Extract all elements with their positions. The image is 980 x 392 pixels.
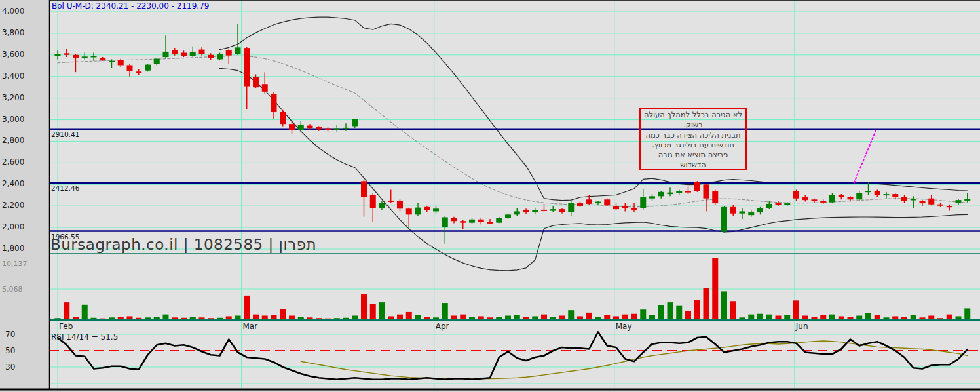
candle-body <box>289 124 295 130</box>
annotation-text-line: חודשים עם בולינגר מכווץ. <box>641 140 745 150</box>
volume-bar <box>442 303 448 320</box>
candle-body <box>91 56 97 57</box>
annotation-text-line: תבנית הליכה הצידה כבר כמה <box>641 130 745 140</box>
candle-body <box>109 61 115 62</box>
candle-body <box>766 204 772 208</box>
candle-body <box>325 129 331 130</box>
candle-body <box>704 184 709 198</box>
volume-bar <box>964 308 970 320</box>
candle-body <box>839 195 844 197</box>
candle-body <box>478 220 484 222</box>
candle-body <box>181 53 187 56</box>
candle-body <box>487 222 493 224</box>
candle-body <box>523 210 529 212</box>
volume-bar <box>82 305 88 320</box>
volume-bar <box>640 309 646 320</box>
candle-body <box>397 201 403 208</box>
candle-body <box>316 127 322 129</box>
candle-body <box>163 52 169 57</box>
candle-body <box>730 207 736 214</box>
candle-body <box>460 221 466 222</box>
candle-body <box>298 125 304 130</box>
volume-bar <box>361 294 367 320</box>
candle-body <box>892 194 898 197</box>
candle-body <box>884 194 890 195</box>
candle-body <box>253 77 259 88</box>
candle-body <box>73 55 79 58</box>
candle-body <box>658 192 664 197</box>
volume-bar <box>586 313 592 320</box>
candle-body <box>649 196 655 198</box>
candle-body <box>640 197 646 208</box>
candle-body <box>820 201 826 203</box>
candle-body <box>352 119 358 127</box>
candle-body <box>226 50 232 55</box>
volume-bar <box>721 291 727 320</box>
candle-body <box>451 218 457 221</box>
bursagraph-candlestick-chart[interactable] <box>0 0 980 392</box>
candle-body <box>964 199 970 200</box>
candle-body <box>334 129 340 130</box>
analysis-annotation-box[interactable]: לא הגיבה בכלל למהלך העולהבשוק.תבנית הליכ… <box>639 108 747 170</box>
candle-body <box>901 197 907 201</box>
candle-body <box>415 208 421 215</box>
candle-body <box>784 203 790 205</box>
candle-body <box>190 52 196 56</box>
candle-body <box>748 212 754 215</box>
volume-bar <box>370 304 376 320</box>
candle-body <box>469 220 475 223</box>
candle-body <box>514 211 520 214</box>
candle-body <box>676 191 682 193</box>
candle-body <box>217 54 223 59</box>
candle-body <box>64 53 69 54</box>
candle-body <box>361 181 367 197</box>
volume-bar <box>865 313 871 320</box>
candle-body <box>208 55 214 58</box>
candle-body <box>118 60 124 65</box>
candle-body <box>802 197 808 200</box>
candle-body <box>721 207 727 232</box>
candle-body <box>937 205 943 206</box>
volume-bar <box>793 300 799 320</box>
candle-body <box>622 206 628 208</box>
candle-body <box>668 193 673 194</box>
annotation-text-line: פריצה תוציא את גובה <box>641 150 745 160</box>
candle-body <box>406 208 412 214</box>
volume-bar <box>676 306 682 320</box>
candle-body <box>757 208 763 212</box>
candle-body <box>541 210 547 211</box>
candle-body <box>379 203 385 208</box>
candle-body <box>875 191 880 195</box>
candle-body <box>812 199 818 201</box>
candle-body <box>586 199 592 204</box>
candle-body <box>343 128 349 129</box>
annotation-text-line: לא הגיבה בכלל למהלך העולה <box>641 110 745 120</box>
candle-body <box>568 203 574 212</box>
volume-bar <box>712 258 718 320</box>
candle-body <box>100 58 105 60</box>
candle-body <box>595 202 601 203</box>
candle-body <box>307 126 313 128</box>
candle-body <box>136 71 141 73</box>
volume-bar <box>280 309 286 320</box>
volume-bar <box>704 288 709 320</box>
candle-body <box>550 209 556 210</box>
candle-body <box>442 217 448 227</box>
candle-body <box>244 48 250 86</box>
volume-bar <box>379 302 385 320</box>
candle-body <box>928 199 934 205</box>
candle-body <box>856 193 862 199</box>
candle-body <box>154 59 160 64</box>
volume-bar <box>694 300 700 320</box>
candle-body <box>911 199 916 200</box>
candle-body <box>127 65 133 71</box>
candle-body <box>280 112 286 124</box>
candle-body <box>947 206 952 207</box>
candle-body <box>496 218 502 222</box>
candle-body <box>370 195 376 208</box>
candle-body <box>577 203 583 206</box>
candle-body <box>505 214 511 218</box>
candle-body <box>694 182 700 191</box>
candle-body <box>271 94 277 112</box>
candle-body <box>829 195 835 203</box>
